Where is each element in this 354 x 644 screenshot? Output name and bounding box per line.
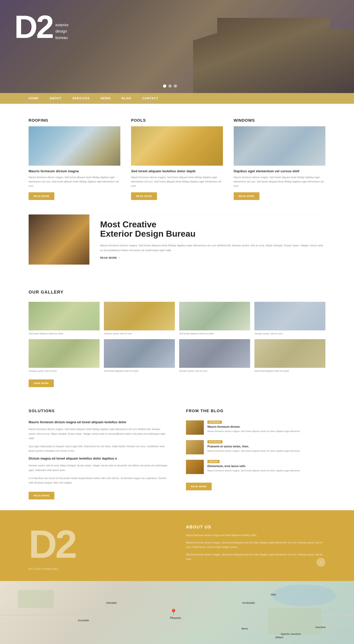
map-city-gilbert: Gilbert [275,636,283,639]
hero-section: D2 exterior design bureau [0,0,354,93]
footer-about-desc3: Mauris fermeum dictum magna. Sed loreet … [186,552,325,561]
nav-contact[interactable]: CONTACT [142,96,159,100]
solutions-desc-1: Mauris fermeum dictum magna. Sed loreet … [29,427,168,440]
gallery-title: OUR GALLERY [29,290,325,295]
map-city-glendale: Glendale [106,602,117,604]
gallery-caption-7: Aenean auctor, wisi et urna [179,370,250,372]
gallery-item-1[interactable]: Sed loreet aliquam leote fus dolor [29,302,100,335]
gallery-caption-8: Sed loreet aliquam leote fus dolor [254,370,325,372]
gallery-grid: Sed loreet aliquam leote fus dolor Aenea… [29,302,325,372]
service-card-pools: POOLS Sed loreet aliquam leotellus dolor… [131,118,223,200]
solutions-blog-section: SOLUTIONS Mauris fermeum dictum magna ed… [0,398,354,510]
gallery-item-2[interactable]: Aenean auctor, wisi et urna [104,302,175,335]
gallery-caption-4: Aenean auctor, wisi et urna [254,332,325,335]
blog-badge-2: EXTERIOR [207,440,222,444]
blog-post-2-content: EXTERIOR Praesent et varius tortor, rhon… [207,440,300,453]
footer-copyright: D2 © 2014 • Privacy Policy [29,568,168,570]
map-pin: 📍 [169,608,178,616]
blog-post-desc-2: Mauris fermeum dictum magna. Sed loreet … [207,449,300,453]
service-pools-title: POOLS [131,118,223,123]
blog-post-3-content: DESIGN Elementum, eros lacus vehi. Mauri… [207,460,300,472]
featured-read-more[interactable]: READ MORE [100,256,120,259]
hero-dot-3[interactable] [174,84,177,88]
map-city-scottsdale: Scottsdale [242,602,255,604]
nav-home[interactable]: HOME [29,96,39,100]
gallery-image-2 [104,302,175,330]
gallery-caption-1: Sed loreet aliquam leote fus dolor [29,332,100,335]
services-section: ROOFING Mauris fermeum dictum magna Maur… [0,104,354,214]
service-windows-read-more[interactable]: READ MORE [234,192,259,200]
gallery-caption-5: Aenean auctor, wisi et urna [29,370,100,372]
gallery-item-5[interactable]: Aenean auctor, wisi et urna [29,339,100,372]
gallery-caption-6: Sed loreet aliquam leote fus dolor [104,370,175,372]
footer-about: ABOUT US Mauris fermeum dictum magna ed … [186,524,325,570]
blog-thumb-2 [186,440,204,454]
featured-text: Most Creative Exterior Design Bureau Mau… [100,220,325,260]
blog-post-desc-3: Mauris fermeum dictum magna. Sed loreet … [207,469,300,472]
hero-dot-1[interactable] [163,84,166,88]
solutions-title: SOLUTIONS [29,408,168,413]
blog-post-title-1: Mauris fermeum dictum. [207,425,300,428]
gallery-image-3 [179,302,250,330]
service-roofing-post-title: Mauris fermeum dictum magna [29,169,120,173]
service-pools-read-more[interactable]: READ MORE [131,192,157,200]
blog-title: FROM THE BLOG [186,408,325,413]
hero-dot-2[interactable] [168,84,172,88]
gallery-item-4[interactable]: Aenean auctor, wisi et urna [254,302,325,335]
nav-services[interactable]: SERVICES [72,96,90,100]
blog-post-1[interactable]: INTERIOR Mauris fermeum dictum. Mauris f… [186,420,325,435]
blog-post-2[interactable]: EXTERIOR Praesent et varius tortor, rhon… [186,440,325,454]
service-roofing-read-more[interactable]: READ MORE [29,192,54,200]
solutions-subtitle-1: Mauris fermeum dictum magna ed loreet al… [29,420,168,424]
gallery-caption-2: Aenean auctor, wisi et urna [104,332,175,335]
service-windows-image [234,126,325,166]
gallery-image-6 [104,339,175,368]
svg-line-6 [143,581,232,644]
service-roofing-desc: Mauris fermeum dictum magna. Sed loreet … [29,175,120,188]
hero-logo: D2 exterior design bureau [14,11,68,43]
featured-heading: Most Creative Exterior Design Bureau [100,220,325,239]
footer-about-title: ABOUT US [186,524,325,530]
solutions-desc-3: Aenean auctor, wisi et urna. Aliqut volu… [29,463,168,472]
solutions-desc-2: Qua eget malesuada ut nequam varius eget… [29,444,168,453]
footer: D2 D2 © 2014 • Privacy Policy ABOUT US M… [0,510,354,581]
blog-post-desc-1: Mauris fermeum dictum magna. Sed loreet … [207,430,300,433]
gallery-section: OUR GALLERY Sed loreet aliquam leote fus… [0,279,354,398]
footer-about-desc1: Mauris fermeum dictum magna ed loreet al… [186,533,325,538]
solutions-read-more-button[interactable]: READ MORE [29,492,54,500]
nav-about[interactable]: ABOUT [49,96,62,100]
hero-building-graphic [193,18,354,93]
hero-dots [163,84,177,88]
gallery-view-more-button[interactable]: VIEW MORE [29,380,54,387]
nav-blog[interactable]: BLOG [122,96,131,100]
gallery-caption-3: Sed loreet aliquam leote fus dolor [179,332,250,335]
blog-badge-3: DESIGN [207,460,220,463]
service-card-windows: WINDOWS Dapibus eget elementum vel cursu… [234,118,325,200]
featured-section: Most Creative Exterior Design Bureau Mau… [0,214,354,279]
gallery-item-7[interactable]: Aenean auctor, wisi et urna [179,339,250,372]
gallery-item-6[interactable]: Sed loreet aliquam leote fus dolor [104,339,175,372]
featured-desc: Mauris fermeum dictum magna. Sed loreet … [100,243,325,252]
scroll-to-top-button[interactable]: ↑ [317,558,325,567]
svg-point-7 [272,584,336,606]
gallery-image-5 [29,339,100,368]
svg-rect-9 [268,608,322,635]
solutions-subsection: SOLUTIONS Mauris fermeum dictum magna ed… [29,408,168,500]
blog-badge-1: INTERIOR [207,420,222,424]
nav-news[interactable]: NEWS [101,96,111,100]
blog-post-3[interactable]: DESIGN Elementum, eros lacus vehi. Mauri… [186,460,325,474]
gallery-image-8 [254,339,325,368]
map-city-hills: Hills [271,593,276,596]
gallery-item-3[interactable]: Sed loreet aliquam leote fus dolor [179,302,250,335]
blog-read-more-button[interactable]: READ MORE [186,483,212,490]
gallery-item-8[interactable]: Sed loreet aliquam leote fus dolor [254,339,325,372]
service-pools-image [131,126,223,166]
blog-post-1-content: INTERIOR Mauris fermeum dictum. Mauris f… [207,420,300,433]
blog-thumb-3 [186,460,204,474]
map-city-junction: Junction [315,626,326,628]
footer-left: D2 D2 © 2014 • Privacy Policy [29,524,168,570]
service-pools-post-title: Sed loreet aliquam leotellus dolor dapib [131,169,223,173]
blog-post-title-3: Elementum, eros lacus vehi. [207,464,300,468]
service-windows-post-title: Dapibus eget elementum vel cursus eleif [234,169,325,173]
solutions-desc-4: In in faucibus orci luctus et trisi prso… [29,476,168,485]
